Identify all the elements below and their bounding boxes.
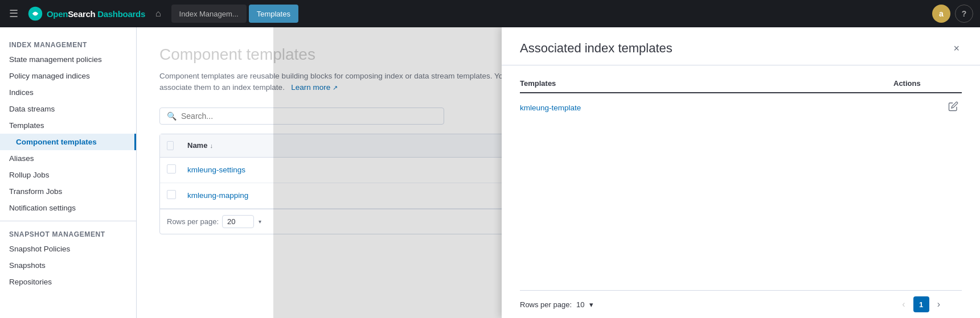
rows-per-page-label: Rows per page: — [167, 217, 219, 226]
main-content: Component templates Component templates … — [137, 27, 980, 318]
panel-template-link[interactable]: kmleung-template — [520, 104, 581, 112]
sidebar-item-repositories[interactable]: Repositories — [0, 274, 136, 290]
name-sort-icon: ↓ — [210, 142, 213, 149]
right-panel-body: Templates Actions kmleung-template — [502, 65, 980, 290]
panel-table-header: Templates Actions — [520, 79, 962, 93]
search-icon: 🔍 — [167, 111, 177, 121]
panel-table-row: kmleung-template — [520, 93, 962, 122]
rows-per-page-control: Rows per page: 20 50 100 ▾ — [167, 215, 261, 228]
row-checkbox-cell — [160, 185, 181, 205]
panel-template-name: kmleung-template — [520, 103, 893, 112]
logo-search: Search — [68, 9, 95, 19]
panel-actions-col-header: Actions — [893, 79, 962, 88]
sidebar: Index Management State management polici… — [0, 27, 137, 318]
sidebar-item-notification-settings[interactable]: Notification settings — [0, 200, 136, 216]
sidebar-item-templates[interactable]: Templates — [0, 117, 136, 134]
help-button[interactable]: ? — [955, 5, 973, 23]
sidebar-item-aliases[interactable]: Aliases — [0, 150, 136, 167]
avatar[interactable]: a — [932, 5, 950, 23]
sidebar-item-rollup-jobs[interactable]: Rollup Jobs — [0, 167, 136, 183]
logo-dashboards: Dashboards — [95, 9, 145, 19]
sidebar-item-snapshot-policies[interactable]: Snapshot Policies — [0, 241, 136, 257]
snapshot-management-section-title: Snapshot Management — [0, 226, 136, 241]
select-all-checkbox[interactable] — [167, 141, 174, 150]
sidebar-item-transform-jobs[interactable]: Transform Jobs — [0, 183, 136, 200]
home-button[interactable]: ⌂ — [152, 6, 165, 21]
right-panel-overlay: Associated index templates × Templates A… — [273, 27, 980, 318]
breadcrumb-templates[interactable]: Templates — [249, 5, 298, 23]
logo-open: Open — [47, 9, 68, 19]
right-panel-header: Associated index templates × — [502, 27, 980, 65]
panel-pagination: ‹ 1 › — [899, 296, 944, 312]
rows-per-page-select[interactable]: 20 50 100 — [222, 215, 254, 228]
logo: OpenSearch Dashboards — [27, 6, 145, 22]
panel-rows-value: 10 — [576, 300, 584, 309]
topbar-right: a ? — [932, 5, 973, 23]
component-template-name-link[interactable]: kmleung-settings — [187, 166, 245, 174]
row-checkbox[interactable] — [167, 164, 176, 174]
next-page-button[interactable]: › — [934, 298, 944, 311]
sidebar-item-data-streams[interactable]: Data streams — [0, 101, 136, 117]
rows-select-chevron: ▾ — [259, 218, 261, 225]
logo-text: OpenSearch Dashboards — [47, 9, 145, 19]
sidebar-item-indices[interactable]: Indices — [0, 84, 136, 101]
menu-button[interactable]: ☰ — [7, 5, 20, 22]
panel-action-icon-button[interactable] — [945, 99, 962, 116]
sidebar-divider — [0, 221, 136, 221]
prev-page-button[interactable]: ‹ — [899, 298, 908, 311]
panel-rows-per-page: Rows per page: 10 ▾ — [520, 300, 593, 309]
current-page-number: 1 — [913, 296, 929, 312]
checkbox-header-cell — [160, 139, 181, 152]
panel-templates-col-header: Templates — [520, 79, 893, 88]
panel-row-actions — [893, 99, 962, 116]
edit-icon — [948, 101, 958, 111]
sidebar-item-state-management-policies[interactable]: State management policies — [0, 51, 136, 68]
sidebar-item-component-templates[interactable]: Component templates — [0, 134, 136, 150]
panel-footer: Rows per page: 10 ▾ ‹ 1 › — [520, 290, 962, 318]
right-panel-title: Associated index templates — [520, 41, 673, 56]
sidebar-item-snapshots[interactable]: Snapshots — [0, 257, 136, 274]
close-button[interactable]: × — [951, 41, 962, 56]
right-panel: Associated index templates × Templates A… — [502, 27, 980, 318]
topbar: ☰ OpenSearch Dashboards ⌂ Index Managem.… — [0, 0, 980, 27]
panel-rows-label: Rows per page: — [520, 300, 572, 309]
breadcrumb-tabs: Index Managem... Templates — [171, 5, 925, 23]
panel-rows-chevron: ▾ — [589, 300, 593, 309]
breadcrumb-index-management[interactable]: Index Managem... — [171, 5, 247, 23]
layout: Index Management State management polici… — [0, 27, 980, 318]
row-checkbox[interactable] — [167, 190, 176, 199]
row-checkbox-cell — [160, 160, 181, 180]
component-template-name-link[interactable]: kmleung-mapping — [187, 191, 248, 200]
sidebar-item-policy-managed-indices[interactable]: Policy managed indices — [0, 68, 136, 84]
logo-icon — [27, 6, 43, 22]
index-management-section-title: Index Management — [0, 36, 136, 51]
